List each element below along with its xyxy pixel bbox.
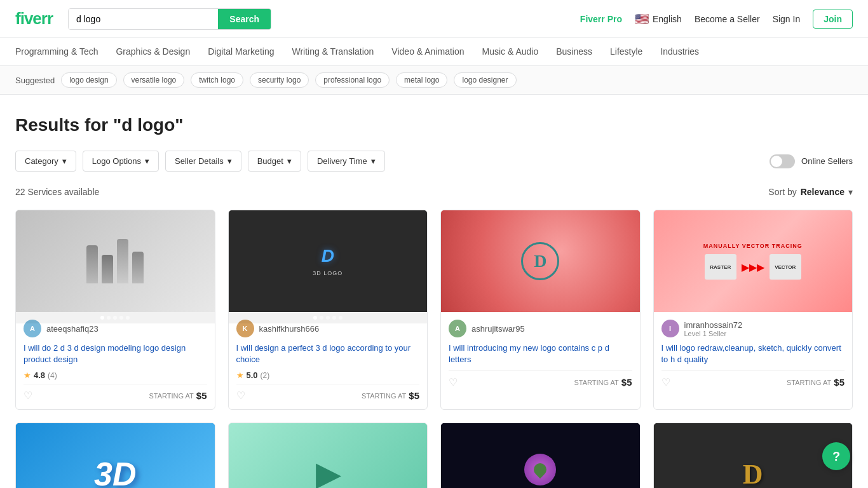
card-image: D 3D LOGO [229, 210, 428, 312]
card-card6[interactable]: ▶Sseller6I will design a professional an… [228, 423, 428, 488]
flag-icon: 🇺🇸 [635, 12, 649, 26]
favorite-button[interactable]: ♡ [661, 376, 670, 388]
suggestion-tag[interactable]: metal logo [396, 72, 447, 88]
suggestion-tag[interactable]: security logo [250, 72, 309, 88]
chevron-down-icon: ▾ [227, 156, 232, 166]
cards-grid: Aateeqshafiq23I will do 2 d 3 d design m… [15, 210, 853, 488]
services-count: 22 Services available [15, 187, 99, 197]
chevron-down-icon: ▾ [62, 156, 67, 166]
chevron-down-icon: ▾ [371, 156, 376, 166]
suggested-label: Suggested [15, 76, 55, 85]
card-footer: ♡ STARTING AT $5 [661, 370, 845, 388]
favorite-button[interactable]: ♡ [24, 390, 32, 402]
card-price: $5 [196, 390, 207, 401]
filter-label: Category [25, 156, 58, 166]
starting-at-label: STARTING AT [362, 392, 406, 400]
card-rating: ★ 5.0 (2) [236, 370, 420, 380]
filter-logo-options[interactable]: Logo Options▾ [83, 151, 159, 172]
rating-value: 5.0 [247, 370, 258, 380]
online-sellers-toggle[interactable] [770, 154, 795, 168]
starting-at-label: STARTING AT [574, 379, 619, 386]
card-card4[interactable]: MANUALLY VECTOR TRACING RASTER ▶▶▶ VECTO… [653, 210, 853, 410]
count-sort-bar: 22 Services available Sort by Relevance … [15, 187, 853, 197]
card-card7[interactable]: JOPPA LOGOSseller7I will create a unique… [440, 423, 641, 488]
seller-name[interactable]: kashifkhursh666 [259, 324, 320, 334]
favorite-button[interactable]: ♡ [236, 390, 245, 402]
online-sellers-wrap: Online Sellers [770, 154, 853, 168]
fiverr-pro-link[interactable]: Fiverr Pro [580, 14, 622, 24]
help-button[interactable]: ? [822, 442, 850, 470]
join-button[interactable]: Join [813, 10, 853, 29]
seller-name[interactable]: ateeqshafiq23 [46, 324, 98, 334]
card-card3[interactable]: D Aashrujitswar95I will introducing my n… [440, 210, 641, 410]
card-price: $5 [621, 377, 632, 388]
card-card1[interactable]: Aateeqshafiq23I will do 2 d 3 d design m… [15, 210, 215, 410]
nav-item-programming[interactable]: Programming & Tech [15, 46, 98, 58]
rating-value: 4.8 [34, 370, 45, 380]
suggestion-tag[interactable]: versatile logo [123, 72, 185, 88]
suggestion-tag[interactable]: logo designer [454, 72, 516, 88]
card-card2[interactable]: D 3D LOGOKkashifkhursh666I will design a… [228, 210, 428, 410]
starting-at-label: STARTING AT [149, 392, 194, 400]
nav-item-music[interactable]: Music & Audio [482, 46, 539, 58]
seller-name[interactable]: ashrujitswar95 [471, 324, 525, 334]
sort-wrap: Sort by Relevance ▾ [768, 187, 853, 197]
language-selector[interactable]: 🇺🇸 English [635, 12, 682, 26]
language-label: English [653, 14, 682, 24]
image-dots [229, 312, 428, 323]
filter-category[interactable]: Category▾ [15, 151, 76, 172]
card-title[interactable]: I will logo redraw,cleanup, sketch, quic… [661, 342, 845, 365]
card-image: D [441, 210, 640, 312]
card-image: ▶ [229, 423, 428, 488]
card-image: JOPPA LOGO [441, 423, 640, 488]
become-seller-link[interactable]: Become a Seller [695, 14, 760, 24]
card-seller: Iimranhossain72Level 1 Seller [661, 320, 845, 337]
header: fiverr Search Fiverr Pro 🇺🇸 English Beco… [0, 0, 868, 38]
card-title[interactable]: I will do 2 d 3 d design modeling logo d… [24, 342, 207, 365]
filter-label: Seller Details [175, 156, 224, 166]
nav-item-graphics[interactable]: Graphics & Design [116, 46, 190, 58]
card-footer: ♡ STARTING AT $5 [24, 384, 207, 402]
sort-label: Sort by [768, 187, 796, 197]
nav-item-digital[interactable]: Digital Marketing [208, 46, 274, 58]
card-card5[interactable]: 3DSseller5I will create a stunning 3D le… [15, 423, 215, 488]
filter-label: Delivery Time [317, 156, 367, 166]
favorite-button[interactable]: ♡ [449, 376, 458, 388]
suggestion-tag[interactable]: twitch logo [191, 72, 243, 88]
filter-delivery-time[interactable]: Delivery Time▾ [308, 151, 385, 172]
search-bar: Search [68, 8, 271, 30]
image-dots [16, 312, 215, 323]
main-content: Results for "d logo" Category▾Logo Optio… [0, 95, 868, 488]
seller-name[interactable]: imranhossain72 [684, 320, 743, 330]
seller-level: Level 1 Seller [684, 330, 743, 337]
card-title[interactable]: I will introducing my new logo contains … [449, 342, 632, 365]
suggestions-bar: Suggested logo designversatile logotwitc… [0, 66, 868, 95]
starting-at-label: STARTING AT [787, 379, 831, 386]
sort-value[interactable]: Relevance [801, 187, 844, 197]
card-title[interactable]: I will design a perfect 3 d logo accordi… [236, 342, 420, 365]
suggestion-tag[interactable]: logo design [61, 72, 116, 88]
logo[interactable]: fiverr [15, 9, 53, 29]
nav-item-business[interactable]: Business [556, 46, 592, 58]
header-right: Fiverr Pro 🇺🇸 English Become a Seller Si… [580, 10, 853, 29]
card-footer: ♡ STARTING AT $5 [236, 384, 420, 402]
price-wrap: STARTING AT $5 [574, 377, 632, 388]
filter-budget[interactable]: Budget▾ [248, 151, 301, 172]
card-footer: ♡ STARTING AT $5 [449, 370, 632, 388]
filter-seller-details[interactable]: Seller Details▾ [165, 151, 241, 172]
avatar: I [661, 320, 679, 337]
filter-label: Logo Options [92, 156, 141, 166]
nav-item-writing[interactable]: Writing & Translation [292, 46, 374, 58]
avatar: A [449, 320, 466, 337]
suggestion-tag[interactable]: professional logo [315, 72, 390, 88]
card-rating: ★ 4.8 (4) [24, 370, 207, 380]
nav-item-video[interactable]: Video & Animation [391, 46, 464, 58]
sign-in-link[interactable]: Sign In [773, 14, 801, 24]
search-input[interactable] [69, 9, 218, 29]
sort-chevron-icon[interactable]: ▾ [848, 187, 853, 197]
search-button[interactable]: Search [218, 9, 271, 29]
price-wrap: STARTING AT $5 [787, 377, 844, 388]
nav-item-industries[interactable]: Industries [660, 46, 699, 58]
online-sellers-label: Online Sellers [801, 156, 853, 166]
nav-item-lifestyle[interactable]: Lifestyle [610, 46, 642, 58]
